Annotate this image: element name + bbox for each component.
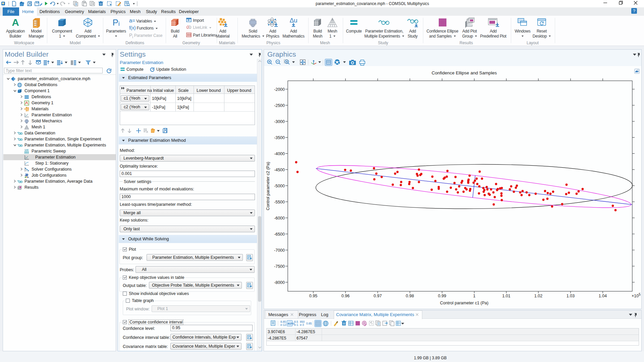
- svg-text:Pi: Pi: [113, 17, 120, 27]
- svg-text:0.98: 0.98: [406, 294, 414, 298]
- svg-text:e-12: e-12: [280, 323, 286, 326]
- svg-text:-7000: -7000: [274, 248, 285, 253]
- svg-text:1.01: 1.01: [502, 294, 510, 298]
- svg-text:e-3: e-3: [300, 323, 304, 326]
- svg-text:-4000: -4000: [274, 152, 285, 156]
- svg-text:1: 1: [473, 294, 476, 298]
- svg-text:-6500: -6500: [274, 232, 285, 237]
- svg-text:-5000: -5000: [274, 184, 285, 188]
- svg-text:123: 123: [24, 149, 29, 151]
- svg-text:Δu: Δu: [290, 17, 298, 24]
- svg-text:0.95: 0.95: [309, 294, 317, 298]
- svg-text:-8000: -8000: [274, 280, 285, 285]
- svg-text:0.99: 0.99: [438, 294, 446, 298]
- svg-text:-2500: -2500: [274, 103, 285, 108]
- svg-text:-2000: -2000: [274, 87, 285, 92]
- svg-text:Control parameter c2 (Pa): Control parameter c2 (Pa): [266, 162, 270, 210]
- svg-text:1.03: 1.03: [567, 294, 575, 298]
- svg-text:-3000: -3000: [274, 119, 285, 124]
- svg-text:1.04: 1.04: [599, 294, 607, 298]
- svg-text:e-1: e-1: [294, 323, 299, 326]
- svg-text:A: A: [12, 17, 19, 28]
- svg-text:Confidence Ellipse and Samples: Confidence Ellipse and Samples: [432, 70, 497, 75]
- svg-text:×105: ×105: [632, 293, 641, 298]
- svg-text:0.96: 0.96: [341, 294, 350, 298]
- svg-text:-7500: -7500: [274, 264, 285, 269]
- svg-text:-5500: -5500: [274, 200, 285, 204]
- svg-text:-3500: -3500: [274, 135, 285, 140]
- svg-text:-4500: -4500: [274, 168, 285, 172]
- svg-text:Control parameter c1 (Pa): Control parameter c1 (Pa): [440, 301, 489, 305]
- svg-text:1.02: 1.02: [534, 294, 542, 298]
- svg-text:0.97: 0.97: [374, 294, 382, 298]
- svg-text:-6000: -6000: [274, 216, 285, 221]
- svg-text:0.85: 0.85: [306, 322, 312, 325]
- svg-text:AUTO: AUTO: [287, 322, 294, 325]
